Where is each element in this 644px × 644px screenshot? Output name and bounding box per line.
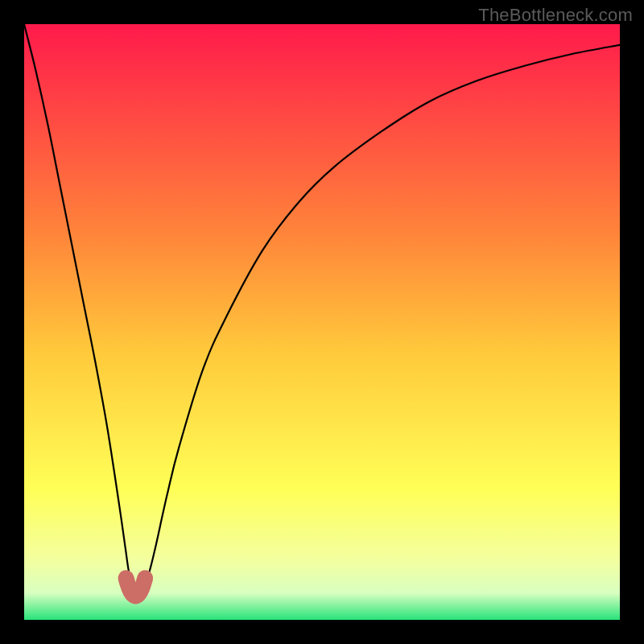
chart-container: TheBottleneck.com [0, 0, 644, 644]
chart-svg [24, 24, 620, 620]
watermark-text: TheBottleneck.com [478, 5, 633, 26]
gradient-background [24, 24, 620, 620]
plot-area [24, 24, 620, 620]
